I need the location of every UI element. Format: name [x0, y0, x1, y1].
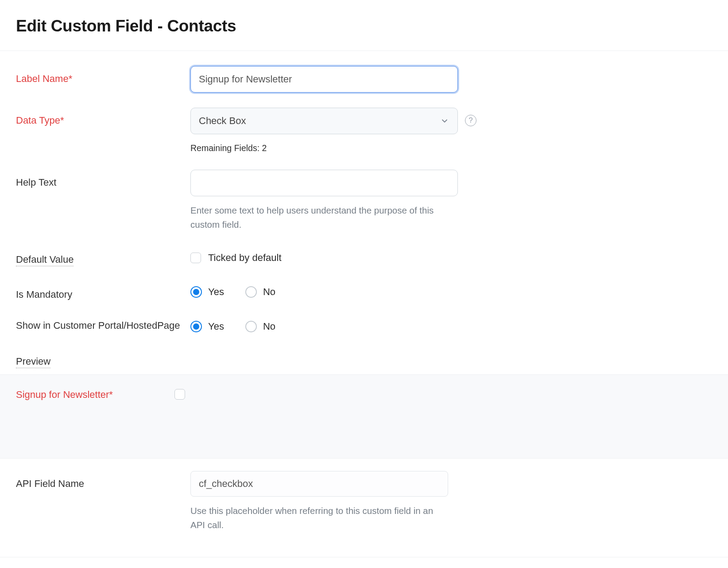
data-type-label: Data Type* [16, 108, 190, 128]
show-in-portal-no[interactable]: No [245, 321, 275, 332]
radio-icon [245, 321, 257, 332]
help-text-hint: Enter some text to help users understand… [190, 203, 458, 232]
preview-checkbox[interactable] [174, 389, 185, 400]
api-field-name-hint: Use this placeholder when referring to t… [190, 504, 448, 532]
is-mandatory-yes[interactable]: Yes [190, 286, 224, 298]
page-title: Edit Custom Field - Contacts [16, 17, 712, 35]
api-field-name-label: API Field Name [16, 471, 190, 532]
help-icon[interactable]: ? [465, 115, 476, 126]
default-value-label: Default Value [16, 247, 190, 267]
label-name-label: Label Name* [16, 66, 190, 86]
chevron-down-icon [441, 117, 449, 125]
radio-icon [190, 321, 202, 332]
radio-icon [190, 286, 202, 298]
is-mandatory-no-label: No [263, 286, 275, 298]
remaining-fields-text: Remaining Fields: 2 [190, 141, 458, 155]
show-in-portal-no-label: No [263, 321, 275, 332]
show-in-portal-yes[interactable]: Yes [190, 321, 224, 332]
data-type-value: Check Box [199, 115, 246, 127]
label-name-input[interactable] [190, 66, 458, 93]
ticked-by-default-label: Ticked by default [208, 252, 282, 264]
radio-icon [245, 286, 257, 298]
is-mandatory-yes-label: Yes [208, 286, 224, 298]
data-type-select[interactable]: Check Box [190, 108, 458, 134]
help-text-input[interactable] [190, 170, 458, 196]
is-mandatory-label: Is Mandatory [16, 282, 190, 302]
show-in-portal-label: Show in Customer Portal/HostedPage [16, 316, 190, 333]
preview-section-label: Preview [16, 356, 712, 367]
is-mandatory-no[interactable]: No [245, 286, 275, 298]
api-field-name-input[interactable] [190, 471, 448, 497]
show-in-portal-yes-label: Yes [208, 321, 224, 332]
preview-field-label: Signup for Newsletter* [16, 389, 174, 401]
ticked-by-default-checkbox[interactable] [190, 253, 201, 263]
help-text-label: Help Text [16, 170, 190, 190]
